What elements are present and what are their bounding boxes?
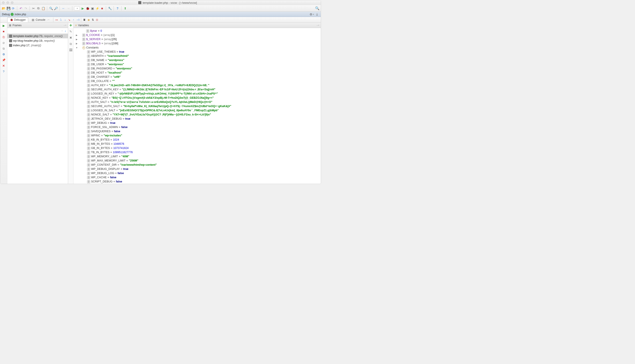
remove-watch-icon[interactable]: ✖ (69, 36, 73, 40)
constant-row[interactable]: ▶{}MB_IN_BYTES = 1048576 (74, 142, 321, 146)
run-to-cursor-icon[interactable]: →I (76, 18, 79, 22)
constant-row[interactable]: ▶{}FORCE_SSL_ADMIN = false (74, 125, 321, 129)
copy-icon[interactable]: ⧉ (69, 42, 73, 46)
stop-session-icon[interactable]: ■ (2, 30, 6, 33)
tab-console[interactable]: ▤ Console →• (29, 18, 52, 22)
constant-row[interactable]: ▶{}LOGGED_IN_SALT = "}nEsXEG5#|V1*$){sGP… (74, 108, 321, 112)
variables-pin-icon[interactable]: →• (316, 24, 319, 26)
find-icon[interactable]: 🔍 (49, 6, 53, 10)
frame-row[interactable]: wp-blog-header.php:19, require() (7, 38, 68, 43)
constant-row[interactable]: ▶{}LOGGED_IN_KEY = "-|d)rN6$VFi,UWTyq3+n… (74, 92, 321, 96)
forward-icon[interactable]: → (66, 6, 70, 10)
coverage-icon[interactable]: ▣ (90, 6, 94, 10)
view-breakpoints-icon[interactable]: ⦿ (2, 36, 6, 39)
variable-row[interactable]: ▶{}$_SERVER = {array} [35] (74, 37, 321, 42)
stop-icon[interactable]: ■ (100, 6, 104, 10)
back-icon[interactable]: ← (62, 6, 66, 10)
constant-row[interactable]: ▶{}WP_CONTENT_DIR = "/var/www/html/wp-co… (74, 163, 321, 167)
constant-row[interactable]: ▶{}KB_IN_BYTES = 1024 (74, 138, 321, 142)
pin-icon[interactable]: 📌 (2, 58, 6, 62)
help-debug-icon[interactable]: ? (2, 70, 6, 73)
constant-row[interactable]: ▶{}DB_COLLATE = "" (74, 79, 321, 83)
listen-debug-icon[interactable]: ⚡ (95, 6, 99, 10)
constant-row[interactable]: ▶{}WP_USE_THEMES = true (74, 50, 321, 54)
constant-row[interactable]: ▶{}DB_PASSWORD = "wordpress" (74, 66, 321, 71)
copy-icon[interactable]: ⧉ (36, 6, 40, 10)
debug-session-name[interactable]: index.php (15, 13, 26, 16)
constant-row[interactable]: ▶{}DB_CHARSET = "utf8" (74, 75, 321, 79)
open-icon[interactable]: 📂 (2, 6, 6, 10)
constant-row[interactable]: ▶{}AUTH_SALT = "n-/eS|?e+a~z/@av=a`7sXzI… (74, 100, 321, 104)
step-over-icon[interactable]: ⤵ (59, 18, 63, 22)
constant-row[interactable]: ▶{}DB_HOST = "localhost" (74, 71, 321, 75)
variable-row[interactable]: ▶{}$year = 0 (74, 29, 321, 33)
step-out-icon[interactable]: ↑ (72, 18, 75, 22)
add-watch-icon[interactable]: ✚ (69, 24, 73, 27)
constant-row[interactable]: ▶{}WP_MAX_MEMORY_LIMIT = "256M" (74, 159, 321, 163)
replace-icon[interactable]: 🔎 (54, 6, 58, 10)
force-step-into-icon[interactable]: ↘ (68, 18, 71, 22)
constant-row[interactable]: ▶{}WP_DEBUG_LOG = false (74, 171, 321, 176)
run-config-dropdown[interactable] (74, 6, 80, 10)
hide-icon[interactable]: ⤓ (315, 12, 319, 16)
constant-row[interactable]: ▶{}NONCE_SALT = "YX7+W[*(7_JrvUYEoLfa?Gc… (74, 112, 321, 117)
constant-row[interactable]: ▶{}AUTH_KEY = ":tL)wc2AD--aIX-748n9#+2bK… (74, 83, 321, 88)
constant-row[interactable]: ▶{}WP_DEBUG_DISPLAY = true (74, 167, 321, 171)
minimize-window[interactable] (7, 1, 9, 4)
constant-row[interactable]: ▶{}DB_NAME = "wordpress" (74, 58, 321, 62)
constant-row[interactable]: ▶{}SECURE_AUTH_KEY = "{1;fMNt2<4KGb/.J[?… (74, 88, 321, 92)
step-into-icon[interactable]: ↓ (63, 18, 67, 22)
frame-row[interactable]: index.php:17, {main}() (7, 43, 68, 48)
inspect-icon[interactable]: 🖼 (69, 48, 73, 52)
mute-breakpoints-icon[interactable]: ⊘ (2, 41, 6, 45)
frame-row[interactable]: template-loader.php:73, require_once() (7, 34, 68, 38)
resume-icon[interactable]: ▶ (2, 24, 6, 28)
tree-toggle-icon[interactable]: ▶ (75, 33, 78, 37)
help-icon[interactable]: ? (116, 6, 120, 10)
frames-pin-icon[interactable]: →• (63, 24, 66, 26)
constant-row[interactable]: ▶{}WP_MEMORY_LIMIT = "40M" (74, 154, 321, 159)
frame-prev-icon[interactable]: ↑ (61, 29, 63, 32)
sync-icon[interactable]: ⟳ (11, 6, 15, 10)
variables-tree[interactable]: ▶{}$year = 0▶{}$_COOKIE = {array} [1]▶{}… (74, 28, 321, 184)
evaluate-expression-icon[interactable]: 🖩 (83, 18, 86, 22)
undo-icon[interactable]: ↶ (19, 6, 23, 10)
constant-row[interactable]: ▶{}NONCE_KEY = "BS{~Q`zYFO/u;}Vxgm#|3-zb… (74, 96, 321, 100)
tree-toggle-icon[interactable]: ▶ (75, 42, 78, 46)
tab-debugger[interactable]: 🐞 Debugger (7, 18, 28, 22)
cut-icon[interactable]: ✂ (32, 6, 36, 10)
search-everywhere-icon[interactable]: 🔍 (315, 6, 319, 10)
variable-row[interactable]: ▶{}$_COOKIE = {array} [1] (74, 33, 321, 37)
redo-icon[interactable]: ↷ (24, 6, 28, 10)
zoom-window[interactable] (11, 1, 14, 4)
constant-row[interactable]: ▶{}GB_IN_BYTES = 1073741824 (74, 146, 321, 150)
restore-layout-icon[interactable]: ⊟ (95, 18, 99, 22)
close-icon[interactable]: ✕ (2, 64, 6, 68)
sort-icon[interactable]: ⇅ (91, 18, 95, 22)
constant-row[interactable]: ▶{}WPINC = "wp-includes" (74, 134, 321, 138)
close-window[interactable] (2, 1, 5, 4)
new-watch-icon[interactable]: ✎ (69, 30, 73, 33)
run-icon[interactable]: ▶ (81, 6, 85, 10)
variable-row[interactable]: ▶{}$GLOBALS = {array} [168] (74, 42, 321, 46)
constant-row[interactable]: ▶{}DB_USER = "wordpress" (74, 62, 321, 66)
frames-icon[interactable]: ⧉ (2, 47, 6, 50)
constant-row[interactable]: ▶{}SAVEQUERIES = false (74, 129, 321, 134)
tree-toggle-icon[interactable]: ▶ (75, 37, 78, 42)
tree-toggle-icon[interactable]: ▼ (75, 46, 78, 50)
constant-row[interactable]: ▶{}JETPACK_DEV_DEBUG = true (74, 117, 321, 121)
constants-group[interactable]: ▼CConstants (74, 46, 321, 50)
frames-list[interactable]: template-loader.php:73, require_once()wp… (7, 34, 68, 184)
settings-gear-icon[interactable]: ⚙ (2, 53, 6, 56)
breakpoint-icon[interactable]: ◉ (87, 18, 90, 22)
deployment-icon[interactable]: ⬆ (123, 6, 127, 10)
gear-icon[interactable]: ⚙ (310, 12, 314, 16)
show-execution-point-icon[interactable]: ↦ (55, 18, 59, 22)
paste-icon[interactable]: 📋 (41, 6, 45, 10)
constant-row[interactable]: ▶{}WP_CACHE = false (74, 176, 321, 180)
save-all-icon[interactable]: 💾 (7, 6, 10, 10)
constant-row[interactable]: ▶{}TB_IN_BYTES = 1099511627776 (74, 150, 321, 154)
frame-next-icon[interactable]: ↓ (65, 29, 66, 32)
settings-icon[interactable]: 🔧 (108, 6, 112, 10)
constant-row[interactable]: ▶{}SCRIPT_DEBUG = false (74, 180, 321, 184)
